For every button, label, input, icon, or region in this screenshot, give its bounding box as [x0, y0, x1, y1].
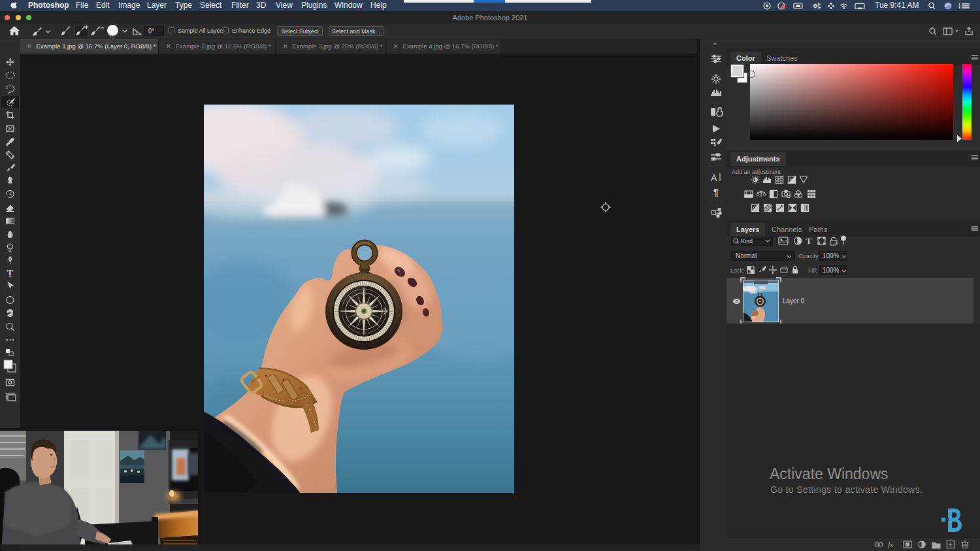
svg-text:fx: fx: [888, 541, 893, 548]
svg-text:T: T: [806, 237, 811, 246]
svg-text:¶: ¶: [713, 187, 719, 197]
svg-text:T: T: [7, 269, 14, 278]
svg-text:A: A: [711, 173, 717, 183]
svg-text:Kind: Kind: [741, 238, 753, 244]
